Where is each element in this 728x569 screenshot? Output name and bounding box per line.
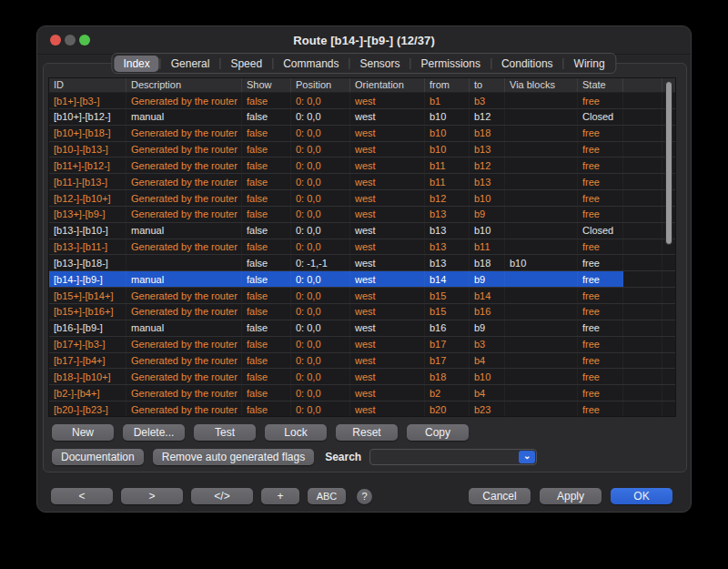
table-row[interactable]: [b15+]-[b14+]Generated by the routerfals… — [49, 288, 675, 304]
cell-scrollbar-gutter — [662, 271, 676, 287]
test-button[interactable]: Test — [194, 424, 256, 441]
cell-state: free — [578, 385, 623, 401]
cell-description: manual — [126, 320, 242, 336]
cell-id: [b11+]-[b12-] — [49, 157, 126, 173]
close-window-icon[interactable] — [50, 35, 61, 46]
column-header-show[interactable]: Show — [242, 78, 291, 92]
table-actions-row: NewDelete...TestLockResetCopy — [52, 424, 469, 441]
table-row[interactable]: [b10+]-[b18-]Generated by the routerfals… — [49, 126, 675, 142]
new-button[interactable]: New — [52, 424, 114, 441]
column-header-position[interactable]: Position — [291, 78, 350, 92]
cell-via_blocks — [505, 157, 578, 173]
help-button[interactable]: ? — [357, 489, 372, 504]
ok-button[interactable]: OK — [611, 488, 672, 504]
table-row[interactable]: [b10+]-[b12-]manualfalse0: 0,0westb10b12… — [49, 109, 675, 126]
search-label: Search — [325, 451, 361, 463]
traffic-lights — [50, 35, 90, 46]
dropdown-button[interactable]: ⌄ — [519, 451, 535, 463]
table-row[interactable]: [b16-]-[b9-]manualfalse0: 0,0westb16b9fr… — [49, 320, 675, 337]
column-header-from[interactable]: from — [425, 78, 470, 92]
tab-conditions[interactable]: Conditions — [492, 56, 562, 72]
tab-speed[interactable]: Speed — [221, 56, 271, 72]
zoom-window-icon[interactable] — [79, 35, 90, 46]
title-bar[interactable]: Route [b14-]-[b9-] (12/37) — [37, 26, 691, 55]
table-row[interactable]: [b11-]-[b13-]Generated by the routerfals… — [49, 174, 675, 190]
cell-orientation: west — [350, 142, 425, 157]
table-row[interactable]: [b14-]-[b9-]manualfalse0: 0,0westb14b9fr… — [49, 271, 675, 288]
apply-button[interactable]: Apply — [540, 488, 602, 504]
cell-from: b20 — [425, 401, 470, 417]
cell-show: false — [242, 207, 291, 222]
column-header-id[interactable]: ID — [49, 78, 126, 92]
cell-show: false — [242, 93, 291, 108]
tab-index[interactable]: Index — [114, 56, 158, 72]
cell-position: 0: 0,0 — [291, 223, 350, 239]
tab-sensors[interactable]: Sensors — [351, 56, 410, 72]
prev-button[interactable]: < — [51, 488, 113, 504]
tab-separator — [563, 58, 564, 69]
cell-filler — [623, 93, 662, 108]
cell-from: b10 — [425, 142, 470, 157]
cell-filler — [623, 174, 662, 189]
cell-to: b4 — [470, 385, 505, 401]
reset-button[interactable]: Reset — [336, 424, 398, 441]
tab-wiring[interactable]: Wiring — [565, 56, 614, 72]
column-header-state[interactable]: State — [578, 78, 623, 92]
tab-separator — [160, 58, 161, 69]
code-button[interactable]: </> — [191, 488, 253, 504]
abc-button[interactable]: ABC — [308, 488, 346, 504]
table-row[interactable]: [b17+]-[b3-]Generated by the routerfalse… — [49, 337, 675, 353]
delete-button[interactable]: Delete... — [123, 424, 185, 441]
add-button[interactable]: + — [261, 488, 299, 504]
documentation-button[interactable]: Documentation — [52, 449, 144, 465]
table-row[interactable]: [b17-]-[b4+]Generated by the routerfalse… — [49, 353, 675, 370]
cell-description — [126, 255, 242, 270]
tab-permissions[interactable]: Permissions — [412, 56, 490, 72]
cell-state: free — [578, 142, 623, 157]
table-row[interactable]: [b13-]-[b18-]false0: -1,-1westb13b18b10f… — [49, 255, 675, 271]
cell-to: b14 — [470, 288, 505, 303]
copy-button[interactable]: Copy — [407, 424, 469, 441]
cell-id: [b13-]-[b11-] — [49, 239, 126, 255]
table-row[interactable]: [b13-]-[b11-]Generated by the routerfals… — [49, 239, 675, 256]
cell-orientation: west — [350, 271, 425, 287]
window-title: Route [b14-]-[b9-] (12/37) — [293, 34, 435, 47]
lock-button[interactable]: Lock — [265, 424, 327, 441]
search-dropdown[interactable]: ⌄ — [369, 449, 537, 465]
table-row[interactable]: [b12-]-[b10+]Generated by the routerfals… — [49, 190, 675, 207]
cell-show: false — [242, 369, 291, 384]
vertical-scrollbar[interactable] — [665, 81, 672, 245]
tab-general[interactable]: General — [162, 56, 219, 72]
cell-from: b2 — [425, 385, 470, 401]
cell-state: free — [578, 337, 623, 352]
cell-state: free — [578, 190, 623, 206]
remove-auto-generated-flags-button[interactable]: Remove auto generated flags — [153, 449, 314, 465]
table-row[interactable]: [b11+]-[b12-]Generated by the routerfals… — [49, 157, 675, 174]
chevron-down-icon: ⌄ — [523, 452, 531, 461]
column-header-filler[interactable] — [623, 78, 662, 92]
cell-scrollbar-gutter — [662, 337, 676, 352]
column-header-via_blocks[interactable]: Via blocks — [505, 78, 578, 92]
table-row[interactable]: [b10-]-[b13-]Generated by the routerfals… — [49, 142, 675, 158]
column-header-description[interactable]: Description — [126, 78, 242, 92]
cell-via_blocks — [505, 353, 578, 369]
cell-to: b12 — [470, 157, 505, 173]
table-row[interactable]: [b1+]-[b3-]Generated by the routerfalse0… — [49, 93, 675, 109]
next-button[interactable]: > — [121, 488, 183, 504]
table-row[interactable]: [b20-]-[b23-]Generated by the routerfals… — [49, 401, 675, 417]
tab-commands[interactable]: Commands — [274, 56, 348, 72]
table-row[interactable]: [b15+]-[b16+]Generated by the routerfals… — [49, 304, 675, 320]
cell-position: 0: 0,0 — [291, 157, 350, 173]
cell-via_blocks — [505, 385, 578, 401]
table-row[interactable]: [b18-]-[b10+]Generated by the routerfals… — [49, 369, 675, 385]
cell-via_blocks — [505, 304, 578, 320]
cancel-button[interactable]: Cancel — [469, 488, 531, 504]
table-row[interactable]: [b13-]-[b10-]manualfalse0: 0,0westb13b10… — [49, 223, 675, 239]
table-row[interactable]: [b13+]-[b9-]Generated by the routerfalse… — [49, 207, 675, 223]
cell-id: [b13-]-[b18-] — [49, 255, 126, 270]
table-row[interactable]: [b2-]-[b4+]Generated by the routerfalse0… — [49, 385, 675, 401]
cell-id: [b15+]-[b16+] — [49, 304, 126, 320]
column-header-to[interactable]: to — [470, 78, 505, 92]
column-header-orientation[interactable]: Orientation — [350, 78, 425, 92]
cell-show: false — [242, 255, 291, 270]
